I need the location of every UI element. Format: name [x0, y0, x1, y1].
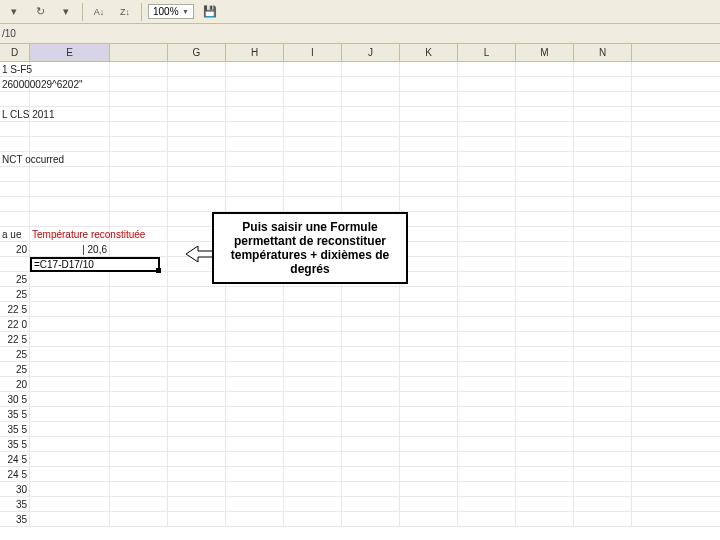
cell[interactable] — [458, 377, 516, 391]
cell[interactable] — [400, 422, 458, 436]
cell[interactable] — [110, 332, 168, 346]
cell[interactable] — [400, 407, 458, 421]
cell[interactable] — [110, 212, 168, 226]
cell[interactable] — [30, 467, 110, 481]
zoom-input[interactable]: 100% ▼ — [148, 4, 194, 19]
cell[interactable] — [284, 122, 342, 136]
cell[interactable] — [574, 272, 632, 286]
cell[interactable] — [574, 467, 632, 481]
cell[interactable] — [30, 107, 110, 121]
cell[interactable] — [516, 182, 574, 196]
cell[interactable] — [284, 347, 342, 361]
cell[interactable]: 22 5 — [0, 332, 30, 346]
sort-asc-icon[interactable]: A↓ — [89, 2, 109, 22]
sort-desc-icon[interactable]: Z↓ — [115, 2, 135, 22]
cell[interactable] — [226, 92, 284, 106]
cell[interactable] — [226, 302, 284, 316]
cell[interactable] — [226, 317, 284, 331]
cell[interactable]: 1 S-F5 — [0, 62, 30, 76]
cell[interactable] — [110, 287, 168, 301]
cell[interactable] — [516, 107, 574, 121]
col-header-d[interactable]: D — [0, 44, 30, 61]
cell[interactable] — [226, 77, 284, 91]
cell[interactable] — [110, 167, 168, 181]
cell[interactable] — [400, 317, 458, 331]
cell[interactable] — [226, 197, 284, 211]
cell[interactable]: 22 5 — [0, 302, 30, 316]
cell[interactable] — [458, 92, 516, 106]
cell[interactable] — [342, 452, 400, 466]
cell[interactable] — [110, 227, 168, 241]
cell[interactable] — [226, 287, 284, 301]
cell[interactable] — [30, 167, 110, 181]
cell[interactable] — [458, 317, 516, 331]
cell[interactable] — [516, 77, 574, 91]
col-header-m[interactable]: M — [516, 44, 574, 61]
cell[interactable] — [400, 332, 458, 346]
cell[interactable] — [342, 92, 400, 106]
cell[interactable] — [110, 362, 168, 376]
cell[interactable]: 25 — [0, 362, 30, 376]
cell[interactable] — [110, 497, 168, 511]
cell[interactable] — [284, 482, 342, 496]
cell[interactable] — [0, 257, 30, 271]
cell[interactable] — [400, 107, 458, 121]
cell[interactable] — [516, 167, 574, 181]
cell[interactable] — [516, 212, 574, 226]
cell[interactable] — [400, 347, 458, 361]
cell[interactable] — [516, 407, 574, 421]
cell[interactable]: 22 0 — [0, 317, 30, 331]
cell[interactable] — [342, 392, 400, 406]
cell[interactable] — [110, 182, 168, 196]
cell[interactable] — [516, 347, 574, 361]
cell[interactable] — [226, 467, 284, 481]
cell[interactable] — [400, 182, 458, 196]
cell[interactable] — [30, 422, 110, 436]
cell[interactable] — [458, 497, 516, 511]
cell[interactable] — [284, 407, 342, 421]
cell[interactable] — [110, 317, 168, 331]
cell[interactable] — [516, 422, 574, 436]
cell[interactable] — [458, 77, 516, 91]
cell[interactable] — [342, 497, 400, 511]
cell[interactable] — [574, 197, 632, 211]
cell[interactable] — [342, 62, 400, 76]
cell[interactable] — [30, 497, 110, 511]
cell[interactable] — [284, 437, 342, 451]
cell[interactable] — [516, 467, 574, 481]
cell[interactable] — [574, 512, 632, 526]
cell[interactable] — [30, 482, 110, 496]
cell[interactable] — [284, 332, 342, 346]
cell[interactable] — [168, 392, 226, 406]
cell[interactable] — [516, 362, 574, 376]
cell[interactable]: 25 — [0, 272, 30, 286]
cell[interactable] — [226, 362, 284, 376]
cell[interactable] — [30, 137, 110, 151]
cell[interactable] — [342, 122, 400, 136]
cell[interactable] — [458, 122, 516, 136]
cell[interactable] — [458, 437, 516, 451]
cell[interactable] — [400, 467, 458, 481]
cell[interactable] — [342, 482, 400, 496]
cell[interactable] — [400, 302, 458, 316]
cell[interactable] — [110, 512, 168, 526]
cell[interactable] — [30, 287, 110, 301]
cell[interactable] — [30, 302, 110, 316]
cell[interactable] — [574, 422, 632, 436]
cell[interactable] — [400, 197, 458, 211]
col-header-l[interactable]: L — [458, 44, 516, 61]
col-header-i[interactable]: I — [284, 44, 342, 61]
cell[interactable] — [400, 257, 458, 271]
cell[interactable] — [110, 62, 168, 76]
cell[interactable]: 35 — [0, 497, 30, 511]
cell[interactable] — [168, 452, 226, 466]
cell[interactable] — [168, 317, 226, 331]
cell[interactable] — [284, 302, 342, 316]
cell[interactable] — [226, 122, 284, 136]
cell[interactable] — [342, 77, 400, 91]
cell[interactable] — [284, 92, 342, 106]
cell[interactable]: L CLS 2011 — [0, 107, 30, 121]
cell[interactable] — [168, 182, 226, 196]
cell[interactable] — [110, 347, 168, 361]
cell[interactable] — [110, 377, 168, 391]
